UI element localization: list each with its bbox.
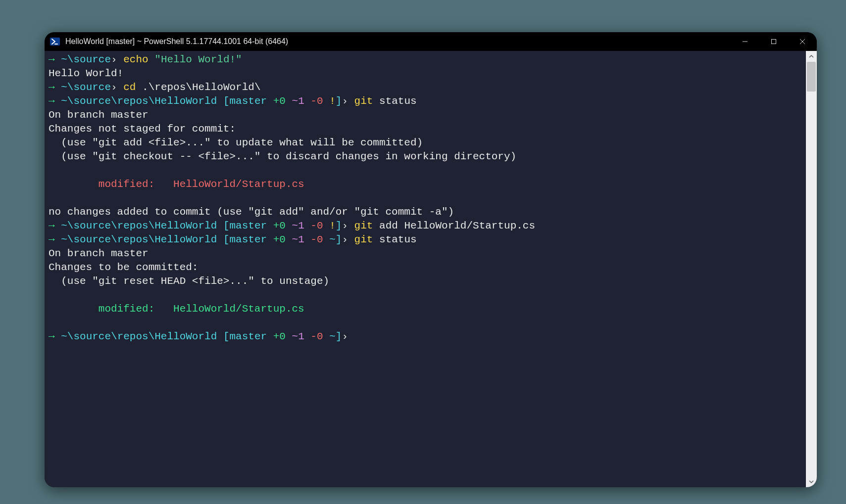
prompt-angle: › <box>342 95 348 107</box>
output-line: no changes added to commit (use "git add… <box>49 206 454 218</box>
prompt-plus: +0 <box>267 234 286 245</box>
prompt-angle: › <box>111 82 117 93</box>
prompt-branch-close: ] <box>336 331 342 342</box>
prompt-minus: -0 <box>304 331 323 342</box>
minimize-button[interactable] <box>731 32 759 51</box>
prompt-path: ~\source\repos\HelloWorld <box>61 234 217 245</box>
scroll-down-icon[interactable] <box>806 476 817 487</box>
cmd-git: git <box>354 234 373 245</box>
prompt-arrow: → <box>49 234 61 245</box>
scroll-up-icon[interactable] <box>806 51 817 62</box>
prompt-tildex: ~ <box>323 234 336 245</box>
prompt-tilde: ~1 <box>286 95 304 107</box>
prompt-angle: › <box>342 220 348 231</box>
svg-rect-3 <box>772 40 776 44</box>
prompt-plus: +0 <box>267 331 286 342</box>
prompt-plus: +0 <box>267 95 286 107</box>
prompt-path: ~\source <box>61 54 111 65</box>
prompt-arrow: → <box>49 54 61 65</box>
close-button[interactable] <box>788 32 817 51</box>
prompt-tildex: ~ <box>323 331 336 342</box>
prompt-arrow: → <box>49 220 61 231</box>
vertical-scrollbar[interactable] <box>806 51 817 487</box>
prompt-branch: master <box>230 95 267 107</box>
prompt-branch-open: [ <box>217 220 229 231</box>
powershell-icon <box>50 36 60 47</box>
prompt-bang: ! <box>323 95 336 107</box>
output-line: On branch master <box>49 109 149 121</box>
powershell-window: HelloWorld [master] ~ PowerShell 5.1.177… <box>45 32 817 487</box>
prompt-angle: › <box>111 54 117 65</box>
prompt-branch-open: [ <box>217 95 229 107</box>
output-modified-red: modified: HelloWorld/Startup.cs <box>49 179 304 190</box>
prompt-angle: › <box>342 331 348 342</box>
prompt-arrow: → <box>49 95 61 107</box>
prompt-branch: master <box>230 220 267 231</box>
output-line: Changes to be committed: <box>49 262 198 273</box>
prompt-angle: › <box>342 234 348 245</box>
output-line: Hello World! <box>49 68 123 79</box>
cmd-git-arg: status <box>373 95 416 107</box>
prompt-arrow: → <box>49 82 61 93</box>
cmd-echo-arg: "Hello World!" <box>149 54 242 65</box>
prompt-tilde: ~1 <box>286 331 304 342</box>
output-line: On branch master <box>49 248 149 259</box>
prompt-bang: ! <box>323 220 336 231</box>
prompt-arrow: → <box>49 331 61 342</box>
prompt-path: ~\source <box>61 82 111 93</box>
prompt-path: ~\source\repos\HelloWorld <box>61 220 217 231</box>
prompt-tilde: ~1 <box>286 220 304 231</box>
output-modified-green: modified: HelloWorld/Startup.cs <box>49 303 304 315</box>
cmd-git: git <box>354 220 373 231</box>
output-line: (use "git reset HEAD <file>..." to unsta… <box>49 275 329 287</box>
prompt-branch: master <box>230 331 267 342</box>
prompt-branch-close: ] <box>336 95 342 107</box>
prompt-branch: master <box>230 234 267 245</box>
cmd-git-arg: add HelloWorld/Startup.cs <box>373 220 535 231</box>
prompt-path: ~\source\repos\HelloWorld <box>61 95 217 107</box>
prompt-branch-close: ] <box>336 220 342 231</box>
prompt-minus: -0 <box>304 234 323 245</box>
output-line: (use "git add <file>..." to update what … <box>49 137 423 148</box>
cmd-cd-arg: .\repos\HelloWorld\ <box>136 82 260 93</box>
prompt-branch-open: [ <box>217 331 229 342</box>
prompt-path: ~\source\repos\HelloWorld <box>61 331 217 342</box>
titlebar[interactable]: HelloWorld [master] ~ PowerShell 5.1.177… <box>45 32 817 51</box>
cmd-git-arg: status <box>373 234 416 245</box>
cmd-cd: cd <box>123 82 136 93</box>
prompt-branch-open: [ <box>217 234 229 245</box>
cmd-echo: echo <box>123 54 148 65</box>
terminal-area: → ~\source› echo "Hello World!" Hello Wo… <box>45 51 817 487</box>
maximize-button[interactable] <box>759 32 788 51</box>
output-line: (use "git checkout -- <file>..." to disc… <box>49 151 516 162</box>
prompt-minus: -0 <box>304 95 323 107</box>
output-line: Changes not staged for commit: <box>49 123 236 135</box>
prompt-plus: +0 <box>267 220 286 231</box>
prompt-tilde: ~1 <box>286 234 304 245</box>
prompt-branch-close: ] <box>336 234 342 245</box>
window-title: HelloWorld [master] ~ PowerShell 5.1.177… <box>65 37 288 46</box>
prompt-minus: -0 <box>304 220 323 231</box>
terminal-content[interactable]: → ~\source› echo "Hello World!" Hello Wo… <box>45 51 806 487</box>
cmd-git: git <box>354 95 373 107</box>
scroll-thumb[interactable] <box>807 62 816 92</box>
